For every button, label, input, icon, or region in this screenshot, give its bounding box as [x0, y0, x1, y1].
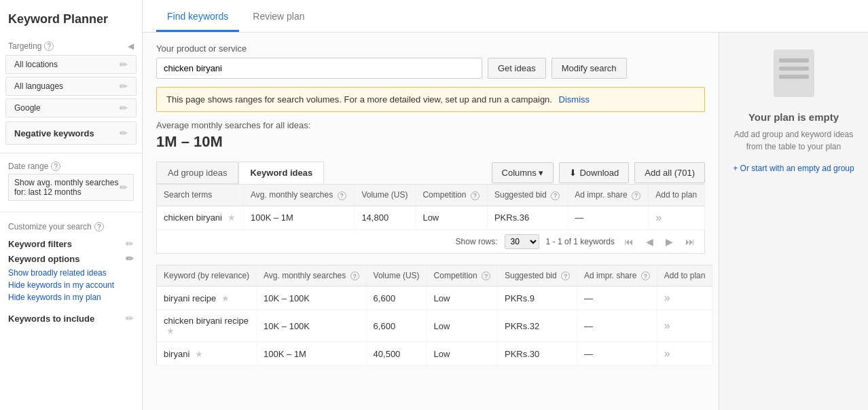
date-range-help-icon[interactable]: ?	[51, 162, 60, 171]
keyword-options-edit-icon[interactable]: ✏	[126, 253, 134, 264]
show-broadly-related-link[interactable]: Show broadly related ideas	[8, 267, 134, 279]
search-terms-pagination: Show rows: 30 50 100 1 - 1 of 1 keywords…	[156, 230, 705, 254]
main-panel: Your product or service Get ideas Modify…	[143, 33, 719, 410]
col-add-to-plan-ki: Add to plan	[657, 265, 712, 286]
star-icon[interactable]: ★	[221, 293, 230, 303]
plan-empty-title: Your plan is empty	[748, 111, 839, 123]
targeting-label: Targeting	[8, 41, 41, 51]
keyword-filters-edit-icon[interactable]: ✏	[126, 238, 134, 249]
keyword-filters-row[interactable]: Keyword filters ✏	[0, 234, 142, 253]
suggested-bid-help-icon[interactable]: ?	[551, 191, 560, 200]
negative-keywords-section[interactable]: Negative keywords ✏	[5, 122, 137, 145]
svg-rect-1	[779, 58, 809, 62]
svg-rect-2	[779, 67, 809, 71]
hide-keywords-account-link[interactable]: Hide keywords in my account	[8, 279, 134, 291]
download-button[interactable]: ⬇ Download	[559, 162, 629, 183]
sidebar-divider-1	[0, 153, 142, 153]
star-icon[interactable]: ★	[166, 326, 175, 336]
col-suggested-bid: Suggested bid ?	[487, 185, 567, 206]
cell-ad-impr-ki: —	[577, 310, 657, 342]
all-locations-edit-icon[interactable]: ✏	[120, 59, 128, 70]
add-to-plan-btn[interactable]: »	[655, 212, 662, 224]
columns-button[interactable]: Columns ▾	[492, 162, 554, 183]
cell-term-ki: biryani ★	[157, 342, 257, 366]
cell-bid-ki: PKRs.30	[497, 342, 577, 366]
date-range-edit-icon[interactable]: ✏	[120, 182, 128, 193]
modify-search-button[interactable]: Modify search	[551, 58, 627, 79]
all-locations-item[interactable]: All locations ✏	[5, 55, 137, 74]
search-input[interactable]	[156, 58, 482, 79]
tab-review-plan[interactable]: Review plan	[242, 3, 315, 32]
all-languages-edit-icon[interactable]: ✏	[120, 81, 128, 92]
cell-bid: PKRs.36	[487, 206, 567, 229]
all-languages-item[interactable]: All languages ✏	[5, 77, 137, 96]
date-range-section: Date range ? Show avg. monthly searches …	[0, 159, 142, 206]
customize-search-label: Customize your search ?	[0, 218, 142, 234]
star-icon[interactable]: ★	[228, 212, 236, 223]
targeting-section: Targeting ? ◀	[0, 37, 142, 54]
tab-keyword-ideas[interactable]: Keyword ideas	[238, 162, 324, 184]
suggested-bid-ki-help-icon[interactable]: ?	[561, 272, 570, 280]
col-search-terms: Search terms	[157, 185, 244, 206]
tab-find-keywords[interactable]: Find keywords	[156, 3, 239, 32]
page-info: 1 - 1 of 1 keywords	[546, 237, 615, 246]
cell-competition: Low	[416, 206, 488, 229]
cell-competition-ki: Low	[427, 310, 497, 342]
add-to-plan-ki-btn-1[interactable]: »	[664, 320, 670, 332]
ad-impr-help-icon[interactable]: ?	[632, 191, 640, 200]
prev-page-btn[interactable]: ◀	[643, 235, 656, 248]
col-keyword-relevance: Keyword (by relevance)	[157, 265, 257, 286]
targeting-help-icon[interactable]: ?	[44, 41, 54, 51]
first-page-btn[interactable]: ⏮	[621, 235, 636, 248]
google-edit-icon[interactable]: ✏	[120, 102, 128, 113]
hide-keywords-plan-link[interactable]: Hide keywords in my plan	[8, 291, 134, 303]
start-empty-ad-group-link[interactable]: + Or start with an empty ad group	[733, 164, 854, 173]
app-title: Keyword Planner	[0, 7, 142, 37]
next-page-btn[interactable]: ▶	[663, 235, 676, 248]
col-volume-us-ki: Volume (US)	[366, 265, 427, 286]
google-item[interactable]: Google ✏	[5, 98, 137, 117]
competition-help-icon[interactable]: ?	[471, 191, 480, 200]
avg-monthly-ki-help-icon[interactable]: ?	[350, 272, 359, 280]
keywords-to-include-edit-icon[interactable]: ✏	[126, 313, 134, 324]
cell-volume-ki: 6,600	[366, 310, 427, 342]
cell-avg-monthly-ki: 10K – 100K	[257, 310, 367, 342]
star-icon[interactable]: ★	[195, 349, 203, 359]
ideas-tabs: Ad group ideas Keyword ideas	[156, 162, 324, 184]
table-row: biryani ★ 100K – 1M 40,500 Low PKRs.30 —…	[157, 342, 712, 366]
search-terms-table: Search terms Avg. monthly searches ? Vol…	[156, 184, 705, 230]
add-to-plan-ki-btn-2[interactable]: »	[664, 348, 670, 360]
cell-volume-ki: 40,500	[366, 342, 427, 366]
col-ad-impr-ki: Ad impr. share ?	[577, 265, 657, 286]
customize-help-icon[interactable]: ?	[94, 222, 104, 231]
tab-ad-group-ideas[interactable]: Ad group ideas	[156, 162, 238, 184]
cell-ad-impr-ki: —	[577, 342, 657, 366]
negative-keywords-edit-icon[interactable]: ✏	[120, 128, 128, 138]
cell-ad-impr-ki: —	[577, 286, 657, 310]
search-terms-header-row: Search terms Avg. monthly searches ? Vol…	[157, 185, 705, 206]
col-competition-ki: Competition ?	[427, 265, 497, 286]
last-page-btn[interactable]: ⏭	[683, 235, 698, 248]
date-range-value[interactable]: Show avg. monthly searches for: last 12 …	[8, 174, 134, 201]
col-add-to-plan: Add to plan	[649, 185, 705, 206]
col-avg-monthly-ki: Avg. monthly searches ?	[257, 265, 367, 286]
show-rows-label: Show rows:	[456, 237, 498, 246]
add-to-plan-ki-btn-0[interactable]: »	[664, 292, 670, 304]
toolbar-right: Columns ▾ ⬇ Download Add all (701)	[492, 162, 705, 183]
cell-add-to-plan-ki: »	[657, 286, 712, 310]
dismiss-link[interactable]: Dismiss	[559, 94, 590, 105]
competition-ki-help-icon[interactable]: ?	[482, 272, 490, 280]
date-range-label: Date range ?	[8, 162, 134, 171]
rows-per-page-select[interactable]: 30 50 100	[505, 234, 539, 249]
avg-monthly-help-icon[interactable]: ?	[338, 191, 346, 200]
ad-impr-ki-help-icon[interactable]: ?	[641, 272, 650, 280]
sidebar: Keyword Planner Targeting ? ◀ All locati…	[0, 0, 143, 410]
cell-add-to-plan-ki: »	[657, 310, 712, 342]
google-label: Google	[14, 103, 41, 113]
keywords-to-include-row[interactable]: Keywords to include ✏	[0, 309, 142, 328]
add-all-button[interactable]: Add all (701)	[634, 162, 705, 183]
get-ideas-button[interactable]: Get ideas	[488, 58, 546, 79]
cell-bid-ki: PKRs.9	[497, 286, 577, 310]
collapse-sidebar-btn[interactable]: ◀	[128, 41, 134, 51]
cell-term-ki: biryani recipe ★	[157, 286, 257, 310]
